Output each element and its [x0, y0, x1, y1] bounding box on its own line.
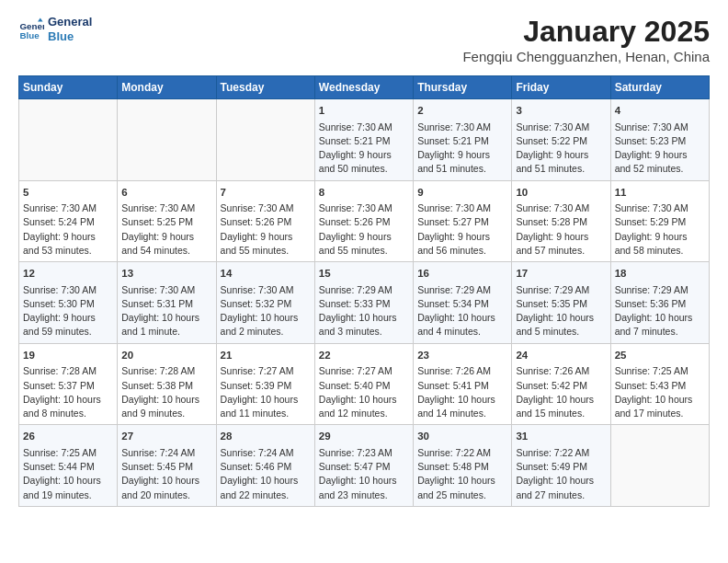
calendar-cell: 19Sunrise: 7:28 AMSunset: 5:37 PMDayligh…	[19, 343, 118, 425]
cell-content: and 52 minutes.	[615, 162, 705, 176]
header-monday: Monday	[118, 76, 216, 99]
cell-content: Sunset: 5:32 PM	[221, 297, 311, 311]
calendar-cell: 2Sunrise: 7:30 AMSunset: 5:21 PMDaylight…	[414, 99, 512, 181]
cell-content: and 50 minutes.	[319, 162, 409, 176]
calendar-cell: 17Sunrise: 7:29 AMSunset: 5:35 PMDayligh…	[512, 262, 610, 344]
cell-content: Sunrise: 7:29 AM	[319, 283, 409, 297]
cell-content: Sunrise: 7:22 AM	[417, 446, 507, 460]
cell-content: Daylight: 10 hours	[615, 311, 705, 325]
day-number: 4	[615, 103, 705, 119]
cell-content: Sunset: 5:34 PM	[417, 297, 507, 311]
cell-content: Sunrise: 7:24 AM	[121, 446, 211, 460]
cell-content: and 27 minutes.	[516, 488, 606, 502]
cell-content: and 20 minutes.	[121, 488, 211, 502]
header-sunday: Sunday	[19, 76, 118, 99]
cell-content: Daylight: 10 hours	[319, 393, 409, 407]
cell-content: and 17 minutes.	[615, 407, 705, 420]
calendar-week-row: 5Sunrise: 7:30 AMSunset: 5:24 PMDaylight…	[19, 180, 710, 262]
day-number: 25	[615, 348, 705, 363]
cell-content: and 22 minutes.	[221, 488, 311, 502]
calendar-cell: 26Sunrise: 7:25 AMSunset: 5:44 PMDayligh…	[19, 425, 118, 507]
cell-content: and 1 minute.	[121, 325, 211, 339]
cell-content: Sunrise: 7:27 AM	[319, 364, 409, 378]
day-number: 16	[417, 266, 507, 282]
cell-content: Sunrise: 7:30 AM	[417, 121, 507, 134]
calendar-cell: 25Sunrise: 7:25 AMSunset: 5:43 PMDayligh…	[610, 343, 709, 425]
cell-content: Sunrise: 7:28 AM	[23, 364, 113, 378]
cell-content: Daylight: 10 hours	[319, 474, 409, 488]
cell-content: and 51 minutes.	[417, 162, 507, 176]
calendar-week-row: 26Sunrise: 7:25 AMSunset: 5:44 PMDayligh…	[19, 425, 710, 507]
cell-content: Sunset: 5:22 PM	[516, 134, 606, 148]
svg-text:Blue: Blue	[19, 29, 40, 40]
header-tuesday: Tuesday	[216, 76, 314, 99]
cell-content: Sunrise: 7:30 AM	[319, 121, 409, 134]
cell-content: Daylight: 9 hours	[23, 230, 113, 244]
cell-content: Daylight: 9 hours	[516, 230, 606, 244]
logo-line2: Blue	[48, 29, 92, 44]
day-number: 21	[221, 348, 311, 363]
cell-content: Daylight: 10 hours	[516, 311, 606, 325]
calendar-table: SundayMondayTuesdayWednesdayThursdayFrid…	[18, 75, 710, 507]
calendar-cell: 3Sunrise: 7:30 AMSunset: 5:22 PMDaylight…	[512, 99, 610, 181]
calendar-cell: 13Sunrise: 7:30 AMSunset: 5:31 PMDayligh…	[118, 262, 216, 344]
calendar-header-row: SundayMondayTuesdayWednesdayThursdayFrid…	[19, 76, 710, 99]
cell-content: Sunset: 5:35 PM	[516, 297, 606, 311]
calendar-subtitle: Fengqiu Chengguanzhen, Henan, China	[462, 49, 710, 64]
day-number: 18	[615, 266, 705, 282]
calendar-week-row: 1Sunrise: 7:30 AMSunset: 5:21 PMDaylight…	[19, 99, 710, 181]
cell-content: Daylight: 10 hours	[221, 474, 311, 488]
cell-content: Sunset: 5:26 PM	[221, 215, 311, 229]
calendar-title: January 2025	[462, 15, 710, 49]
cell-content: Sunrise: 7:30 AM	[516, 201, 606, 215]
calendar-cell: 22Sunrise: 7:27 AMSunset: 5:40 PMDayligh…	[314, 343, 413, 425]
cell-content: Daylight: 9 hours	[417, 230, 507, 244]
cell-content: Sunset: 5:48 PM	[417, 460, 507, 474]
cell-content: Sunset: 5:47 PM	[319, 460, 409, 474]
calendar-cell: 5Sunrise: 7:30 AMSunset: 5:24 PMDaylight…	[19, 180, 118, 262]
cell-content: and 15 minutes.	[516, 407, 606, 420]
day-number: 3	[516, 103, 606, 119]
cell-content: and 12 minutes.	[319, 407, 409, 420]
cell-content: Sunset: 5:42 PM	[516, 379, 606, 393]
day-number: 14	[221, 266, 311, 282]
cell-content: and 5 minutes.	[516, 325, 606, 339]
cell-content: Daylight: 9 hours	[417, 148, 507, 162]
calendar-cell: 6Sunrise: 7:30 AMSunset: 5:25 PMDaylight…	[118, 180, 216, 262]
cell-content: Sunrise: 7:30 AM	[221, 201, 311, 215]
cell-content: Sunrise: 7:29 AM	[615, 283, 705, 297]
cell-content: Sunrise: 7:25 AM	[23, 446, 113, 460]
cell-content: Sunrise: 7:23 AM	[319, 446, 409, 460]
header-wednesday: Wednesday	[314, 76, 413, 99]
cell-content: Daylight: 10 hours	[417, 393, 507, 407]
cell-content: Daylight: 10 hours	[121, 311, 211, 325]
cell-content: Daylight: 10 hours	[221, 393, 311, 407]
cell-content: Daylight: 10 hours	[319, 311, 409, 325]
cell-content: Daylight: 10 hours	[417, 311, 507, 325]
cell-content: and 14 minutes.	[417, 407, 507, 420]
calendar-cell	[610, 425, 709, 507]
cell-content: Daylight: 9 hours	[516, 148, 606, 162]
cell-content: Daylight: 10 hours	[516, 393, 606, 407]
calendar-week-row: 12Sunrise: 7:30 AMSunset: 5:30 PMDayligh…	[19, 262, 710, 344]
day-number: 30	[417, 429, 507, 444]
calendar-cell	[19, 99, 118, 181]
logo-line1: General	[48, 15, 92, 29]
cell-content: Sunset: 5:21 PM	[319, 134, 409, 148]
cell-content: and 55 minutes.	[319, 244, 409, 258]
calendar-cell: 12Sunrise: 7:30 AMSunset: 5:30 PMDayligh…	[19, 262, 118, 344]
day-number: 17	[516, 266, 606, 282]
cell-content: and 58 minutes.	[615, 244, 705, 258]
cell-content: and 55 minutes.	[221, 244, 311, 258]
cell-content: and 8 minutes.	[23, 407, 113, 420]
calendar-cell	[118, 99, 216, 181]
day-number: 12	[23, 266, 113, 282]
day-number: 19	[23, 348, 113, 363]
calendar-cell: 23Sunrise: 7:26 AMSunset: 5:41 PMDayligh…	[414, 343, 512, 425]
cell-content: and 51 minutes.	[516, 162, 606, 176]
day-number: 7	[221, 185, 311, 201]
day-number: 8	[319, 185, 409, 201]
cell-content: Sunrise: 7:30 AM	[121, 283, 211, 297]
day-number: 9	[417, 185, 507, 201]
cell-content: Daylight: 10 hours	[615, 393, 705, 407]
